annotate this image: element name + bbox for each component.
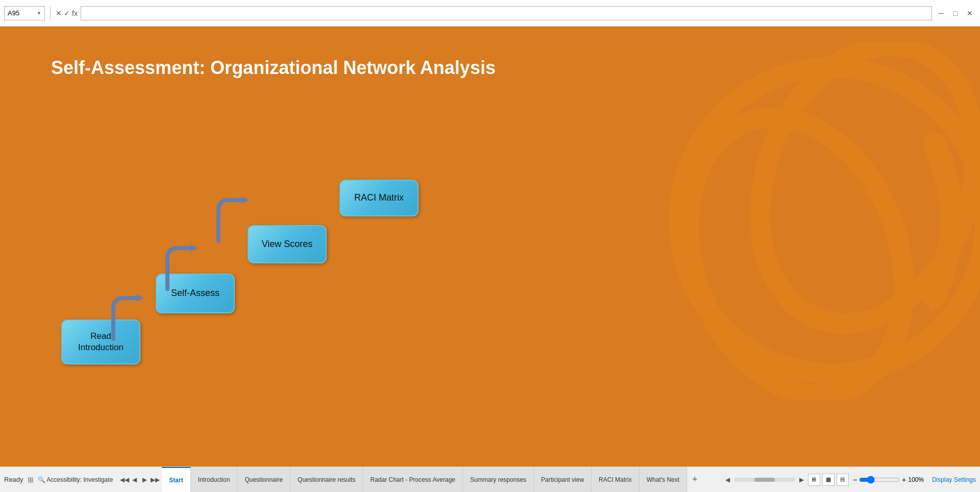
tab-questionnaire-results[interactable]: Questionnaire results xyxy=(290,467,363,492)
zoom-controls: − + 100% xyxy=(853,476,924,484)
zoom-in-button[interactable]: + xyxy=(902,476,906,484)
main-content-area: Self-Assessment: Organizational Network … xyxy=(0,27,980,466)
cancel-icon[interactable]: ✕ xyxy=(56,9,62,17)
confirm-icon[interactable]: ✓ xyxy=(64,9,70,17)
cell-reference: A95 xyxy=(8,9,19,17)
next-sheet-button[interactable]: ▶ xyxy=(140,476,149,484)
window-controls: ─ □ ✕ xyxy=(935,7,976,19)
zoom-slider[interactable] xyxy=(859,476,900,484)
tab-raci-matrix[interactable]: RACI Matrix xyxy=(592,467,640,492)
tab-whats-next[interactable]: What's Next xyxy=(640,467,687,492)
cell-name-box[interactable]: A95 ▼ xyxy=(4,6,45,20)
cell-dropdown-arrow[interactable]: ▼ xyxy=(37,11,41,16)
tab-participant-view[interactable]: Participant view xyxy=(534,467,592,492)
raci-matrix-button[interactable]: RACI Matrix xyxy=(339,180,419,216)
page-title: Self-Assessment: Organizational Network … xyxy=(51,57,496,79)
page-layout-button[interactable]: ▦ xyxy=(822,474,835,486)
tab-start[interactable]: Start xyxy=(162,467,190,492)
sheet-nav-arrows[interactable]: ◀◀ ◀ ▶ ▶▶ xyxy=(117,476,162,484)
view-mode-icons: ⊞ ▦ ⊟ xyxy=(808,474,849,486)
normal-view-button[interactable]: ⊞ xyxy=(808,474,820,486)
minimize-button[interactable]: ─ xyxy=(935,7,947,19)
zoom-level: 100% xyxy=(908,476,924,483)
status-bar: Ready ⊞ 🔍 Accessibility: Investigate ◀◀ … xyxy=(0,466,980,492)
status-left: Ready ⊞ 🔍 Accessibility: Investigate xyxy=(0,476,117,484)
restore-button[interactable]: □ xyxy=(949,7,962,19)
function-icon[interactable]: fx xyxy=(72,9,78,17)
flow-step-raci: RACI Matrix xyxy=(199,180,419,216)
add-sheet-button[interactable]: + xyxy=(687,467,703,492)
tab-introduction[interactable]: Introduction xyxy=(191,467,238,492)
status-right: ◀ ▶ ⊞ ▦ ⊟ − + 100% Display Settings xyxy=(721,474,980,486)
tab-radar-chart[interactable]: Radar Chart - Process Average xyxy=(363,467,463,492)
formula-input[interactable] xyxy=(81,6,932,20)
prev-sheet-button[interactable]: ◀ xyxy=(130,476,138,484)
scroll-left-button[interactable]: ◀ xyxy=(725,476,730,483)
scroll-right-button[interactable]: ▶ xyxy=(799,476,804,483)
background-watermark xyxy=(653,42,980,399)
display-settings-link[interactable]: Display Settings xyxy=(932,476,976,483)
last-sheet-button[interactable]: ▶▶ xyxy=(151,476,159,484)
excel-toolbar: A95 ▼ ✕ ✓ fx ─ □ ✕ xyxy=(0,0,980,27)
ready-status: Ready xyxy=(4,476,23,483)
page-break-button[interactable]: ⊟ xyxy=(837,474,849,486)
zoom-out-button[interactable]: − xyxy=(853,476,857,484)
view-scores-button[interactable]: View Scores xyxy=(248,225,327,263)
sheet-tabs-container: Start Introduction Questionnaire Questio… xyxy=(162,467,721,492)
tab-summary-responses[interactable]: Summary responses xyxy=(463,467,534,492)
tab-questionnaire[interactable]: Questionnaire xyxy=(237,467,290,492)
formula-bar-icons: ✕ ✓ fx xyxy=(56,9,78,17)
accessibility-status[interactable]: 🔍 Accessibility: Investigate xyxy=(38,476,113,483)
close-button[interactable]: ✕ xyxy=(964,7,976,19)
cell-mode-icon: ⊞ xyxy=(28,476,34,484)
first-sheet-button[interactable]: ◀◀ xyxy=(120,476,128,484)
